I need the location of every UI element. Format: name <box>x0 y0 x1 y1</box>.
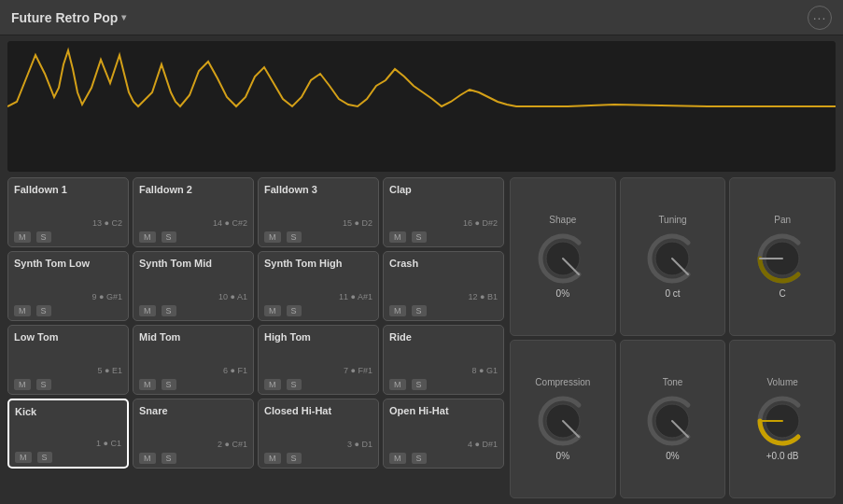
knob-label: Pan <box>774 215 791 225</box>
mute-button[interactable]: M <box>389 453 406 464</box>
pad-name: Kick <box>15 404 121 439</box>
pad-falldown-2[interactable]: Falldown 2 14 ● C#2 M S <box>133 177 254 247</box>
mute-button[interactable]: M <box>389 379 406 390</box>
solo-button[interactable]: S <box>162 231 176 243</box>
pad-name: Crash <box>389 256 498 292</box>
pad-synth-tom-high[interactable]: Synth Tom High 11 ● A#1 M S <box>258 251 379 321</box>
mute-button[interactable]: M <box>15 452 32 463</box>
mute-button[interactable]: M <box>139 231 156 243</box>
pad-falldown-3[interactable]: Falldown 3 15 ● D2 M S <box>258 177 379 247</box>
solo-button[interactable]: S <box>162 453 176 464</box>
pad-buttons: M S <box>14 379 122 390</box>
solo-button[interactable]: S <box>162 379 176 390</box>
knob-compression[interactable] <box>535 393 591 449</box>
app-container: Future Retro Pop ▾ ··· Falldown 1 13 ● C… <box>0 0 843 504</box>
mute-button[interactable]: M <box>264 453 281 464</box>
pad-buttons: M S <box>264 453 372 464</box>
pad-number: 10 ● A1 <box>139 292 247 301</box>
pad-name: Synth Tom Low <box>14 256 122 292</box>
pad-synth-tom-mid[interactable]: Synth Tom Mid 10 ● A1 M S <box>133 251 254 321</box>
mute-button[interactable]: M <box>139 305 156 316</box>
pad-low-tom[interactable]: Low Tom 5 ● E1 M S <box>7 325 129 395</box>
mute-button[interactable]: M <box>139 453 156 464</box>
pad-buttons: M S <box>389 453 498 464</box>
mute-button[interactable]: M <box>264 379 281 390</box>
knob-value: 0% <box>666 451 679 461</box>
solo-button[interactable]: S <box>287 231 302 243</box>
pad-number: 8 ● G1 <box>389 366 498 375</box>
pad-buttons: M S <box>389 231 498 243</box>
pad-crash[interactable]: Crash 12 ● B1 M S <box>383 251 504 321</box>
mute-button[interactable]: M <box>389 231 406 243</box>
pad-number: 4 ● D#1 <box>389 440 498 449</box>
knob-tuning[interactable] <box>644 231 700 287</box>
pad-number: 9 ● G#1 <box>14 292 122 301</box>
mute-button[interactable]: M <box>139 379 156 390</box>
pad-name: Open Hi-Hat <box>389 403 498 440</box>
waveform-display <box>7 41 836 172</box>
solo-button[interactable]: S <box>412 305 427 316</box>
pad-falldown-1[interactable]: Falldown 1 13 ● C2 M S <box>7 177 129 247</box>
solo-button[interactable]: S <box>37 452 52 463</box>
knob-pan[interactable] <box>754 231 810 287</box>
pad-buttons: M S <box>139 305 247 316</box>
solo-button[interactable]: S <box>412 231 427 243</box>
pad-buttons: M S <box>15 452 121 463</box>
knob-value: C <box>780 288 786 299</box>
solo-button[interactable]: S <box>36 305 51 316</box>
knob-tone[interactable] <box>644 393 700 449</box>
options-button[interactable]: ··· <box>808 6 832 30</box>
pad-number: 13 ● C2 <box>14 218 122 228</box>
pad-name: Low Tom <box>14 329 122 366</box>
knob-svg <box>754 231 810 287</box>
mute-button[interactable]: M <box>14 231 31 243</box>
pad-kick[interactable]: Kick 1 ● C1 M S <box>7 399 129 469</box>
pad-number: 2 ● C#1 <box>139 440 247 449</box>
pad-name: Mid Tom <box>139 329 247 366</box>
pad-name: Closed Hi-Hat <box>264 403 372 440</box>
solo-button[interactable]: S <box>287 379 302 390</box>
pad-buttons: M S <box>264 379 372 390</box>
mute-button[interactable]: M <box>14 305 31 316</box>
pad-ride[interactable]: Ride 8 ● G1 M S <box>383 325 504 395</box>
solo-button[interactable]: S <box>412 379 427 390</box>
mute-button[interactable]: M <box>389 305 406 316</box>
knob-label: Tuning <box>658 215 686 225</box>
pad-open-hi-hat[interactable]: Open Hi-Hat 4 ● D#1 M S <box>383 399 504 469</box>
pad-closed-hi-hat[interactable]: Closed Hi-Hat 3 ● D1 M S <box>258 399 379 469</box>
pad-number: 5 ● E1 <box>14 366 122 375</box>
mute-button[interactable]: M <box>264 231 281 243</box>
pad-buttons: M S <box>139 379 247 390</box>
mute-button[interactable]: M <box>14 379 31 390</box>
pad-buttons: M S <box>139 231 247 243</box>
knob-svg <box>535 393 591 449</box>
knob-cell-volume: Volume +0.0 dB <box>729 340 836 498</box>
pad-name: High Tom <box>264 329 372 366</box>
pad-synth-tom-low[interactable]: Synth Tom Low 9 ● G#1 M S <box>7 251 129 321</box>
knob-volume[interactable] <box>754 393 810 449</box>
knob-label: Tone <box>663 377 683 387</box>
pad-snare[interactable]: Snare 2 ● C#1 M S <box>133 399 254 469</box>
solo-button[interactable]: S <box>162 305 176 316</box>
solo-button[interactable]: S <box>36 231 51 243</box>
knob-value: 0 ct <box>665 288 680 299</box>
pad-high-tom[interactable]: High Tom 7 ● F#1 M S <box>258 325 379 395</box>
knob-cell-pan: Pan C <box>729 177 836 336</box>
pad-mid-tom[interactable]: Mid Tom 6 ● F1 M S <box>133 325 254 395</box>
pad-clap[interactable]: Clap 16 ● D#2 M S <box>383 177 504 247</box>
pad-name: Ride <box>389 329 498 366</box>
knob-cell-shape: Shape 0% <box>510 177 616 336</box>
knob-cell-tone: Tone 0% <box>620 340 726 498</box>
pad-name: Clap <box>389 182 498 218</box>
solo-button[interactable]: S <box>412 453 427 464</box>
pad-buttons: M S <box>14 305 122 316</box>
knob-shape[interactable] <box>535 231 591 287</box>
solo-button[interactable]: S <box>287 305 302 316</box>
knob-label: Compression <box>535 377 590 387</box>
title-dropdown-arrow[interactable]: ▾ <box>121 12 126 22</box>
solo-button[interactable]: S <box>287 453 302 464</box>
solo-button[interactable]: S <box>36 379 51 390</box>
knob-value: 0% <box>556 288 569 299</box>
mute-button[interactable]: M <box>264 305 281 316</box>
knob-svg <box>644 393 700 449</box>
